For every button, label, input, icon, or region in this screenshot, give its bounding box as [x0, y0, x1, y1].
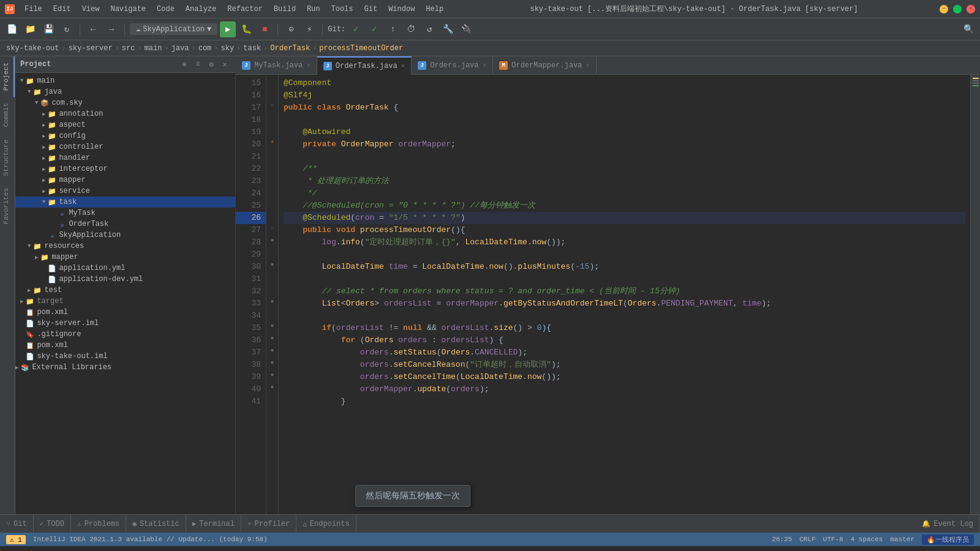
side-tab-favorites[interactable]: Favorites: [0, 182, 15, 230]
tab-close-ordermapper[interactable]: ×: [586, 62, 590, 69]
breadcrumb-item-com[interactable]: com: [198, 44, 212, 53]
more-tools-button[interactable]: 🔌: [458, 21, 474, 37]
tree-item-appyml[interactable]: ▶ 📄 application.yml: [15, 263, 235, 274]
git-history-button[interactable]: ⏱: [403, 21, 419, 37]
minimize-button[interactable]: −: [940, 5, 948, 13]
menu-file[interactable]: File: [20, 4, 47, 15]
menu-code[interactable]: Code: [152, 4, 179, 15]
menu-refactor[interactable]: Refactor: [222, 4, 268, 15]
breadcrumb-item-module[interactable]: sky-server: [69, 44, 113, 53]
tree-item-target[interactable]: ▶ 📁 target: [15, 296, 235, 307]
side-tab-structure[interactable]: Structure: [0, 133, 15, 182]
tree-item-java[interactable]: ▼ 📁 java: [15, 86, 235, 97]
tab-close-ordertask[interactable]: ×: [401, 62, 405, 70]
tab-ordermapper[interactable]: M OrderMapper.java ×: [493, 56, 597, 75]
tree-item-annotation[interactable]: ▶ 📁 annotation: [15, 108, 235, 119]
breadcrumb-item-java[interactable]: java: [172, 44, 189, 53]
breadcrumb-item-task[interactable]: task: [243, 44, 261, 53]
tree-item-appdevyml[interactable]: ▶ 📄 application-dev.yml: [15, 274, 235, 285]
stop-button[interactable]: ■: [257, 21, 273, 37]
side-tab-commit[interactable]: Commit: [0, 97, 15, 133]
tree-item-comsky[interactable]: ▼ 📦 com.sky: [15, 97, 235, 108]
open-button[interactable]: 📁: [22, 21, 38, 37]
run-button[interactable]: ▶: [220, 21, 236, 37]
save-all-button[interactable]: 💾: [40, 21, 56, 37]
tree-item-config[interactable]: ▶ 📁 config: [15, 130, 235, 141]
breadcrumb-item-method[interactable]: processTimeoutOrder: [319, 44, 403, 53]
menu-build[interactable]: Build: [269, 4, 301, 15]
line-ending[interactable]: CRLF: [799, 536, 815, 543]
bottom-tab-endpoints[interactable]: △ Endpoints: [296, 515, 356, 533]
tree-item-skyiml[interactable]: ▶ 📄 sky-take-out.iml: [15, 351, 235, 362]
back-button[interactable]: ←: [85, 21, 101, 37]
tab-close-mytask[interactable]: ×: [306, 62, 311, 69]
tree-item-extlibs[interactable]: ▶ 📚 External Libraries: [15, 362, 235, 373]
bottom-tab-eventlog[interactable]: 🔔 Event Log: [916, 515, 980, 533]
tree-item-task[interactable]: ▼ 📁 task: [15, 197, 235, 208]
menu-git[interactable]: Git: [360, 4, 383, 15]
breadcrumb-item-project[interactable]: sky-take-out: [6, 44, 59, 53]
breadcrumb-item-class[interactable]: OrderTask: [270, 44, 310, 53]
menu-navigate[interactable]: Navigate: [105, 4, 151, 15]
tree-item-mytask[interactable]: ▶ ☕ MyTask: [15, 208, 235, 219]
forward-button[interactable]: →: [104, 21, 119, 37]
menu-edit[interactable]: Edit: [48, 4, 76, 15]
search-everywhere-button[interactable]: 🔍: [960, 21, 976, 37]
tree-item-aspect[interactable]: ▶ 📁 aspect: [15, 119, 235, 130]
tree-item-test[interactable]: ▶ 📁 test: [15, 285, 235, 296]
menu-help[interactable]: Help: [421, 4, 448, 15]
indent-settings[interactable]: 4 spaces: [851, 536, 883, 543]
menu-run[interactable]: Run: [302, 4, 325, 15]
taskbar-area[interactable]: 🔥一线程序员: [922, 534, 974, 545]
tree-item-gitignore[interactable]: ▶ 🔖 .gitignore: [15, 329, 235, 340]
git-branch[interactable]: master: [890, 536, 914, 543]
git-revert-button[interactable]: ↺: [421, 21, 437, 37]
debug-button[interactable]: 🐛: [238, 21, 254, 37]
project-add-icon[interactable]: ⊕: [179, 59, 190, 70]
git-update-button[interactable]: ✓: [348, 21, 364, 37]
tab-orders[interactable]: J Orders.java ×: [412, 56, 493, 75]
new-file-button[interactable]: 📄: [4, 21, 20, 37]
menu-analyze[interactable]: Analyze: [181, 4, 221, 15]
maximize-button[interactable]: □: [953, 5, 962, 13]
bottom-tab-git[interactable]: ⑂ Git: [0, 515, 34, 533]
settings-button[interactable]: 🔧: [440, 21, 456, 37]
refresh-button[interactable]: ↻: [59, 21, 75, 37]
tab-mytask[interactable]: J MyTask.java ×: [236, 56, 317, 75]
tree-item-mapper2[interactable]: ▶ 📁 mapper: [15, 252, 235, 263]
tree-item-mapper[interactable]: ▶ 📁 mapper: [15, 174, 235, 186]
tree-item-ordertask[interactable]: ▶ ☕ OrderTask: [15, 219, 235, 230]
breadcrumb-item-src[interactable]: src: [122, 44, 135, 53]
project-settings-icon[interactable]: ⚙: [206, 59, 217, 70]
tree-item-iml[interactable]: ▶ 📄 sky-server.iml: [15, 318, 235, 329]
tree-item-main[interactable]: ▼ 📁 main: [15, 75, 235, 86]
menu-view[interactable]: View: [77, 4, 105, 15]
bottom-tab-terminal[interactable]: ▶ Terminal: [186, 515, 241, 533]
project-sort-icon[interactable]: ≡: [192, 59, 203, 70]
tree-item-resources[interactable]: ▼ 📁 resources: [15, 241, 235, 252]
bottom-tab-profiler[interactable]: ⚡ Profiler: [241, 515, 296, 533]
side-tab-project[interactable]: Project: [0, 56, 15, 97]
tree-item-skyapp[interactable]: ▶ ☕ SkyApplication: [15, 230, 235, 241]
git-push-button[interactable]: ↑: [385, 21, 401, 37]
breadcrumb-item-sky[interactable]: sky: [221, 44, 235, 53]
tab-close-orders[interactable]: ×: [482, 62, 486, 69]
git-commit-button[interactable]: ✓: [366, 21, 382, 37]
file-charset[interactable]: UTF-8: [823, 536, 843, 543]
tab-ordertask[interactable]: J OrderTask.java ×: [317, 56, 412, 75]
profiler-button[interactable]: ⚡: [301, 21, 317, 37]
tree-item-handler[interactable]: ▶ 📁 handler: [15, 152, 235, 163]
coverage-button[interactable]: ⊙: [283, 21, 299, 37]
tree-item-service[interactable]: ▶ 📁 service: [15, 186, 235, 197]
run-config-selector[interactable]: ☁ SkyApplication ▼: [130, 23, 217, 35]
menu-window[interactable]: Window: [383, 4, 420, 15]
bottom-tab-todo[interactable]: ✓ TODO: [34, 515, 71, 533]
bottom-tab-statistic[interactable]: ◉ Statistic: [126, 515, 186, 533]
menu-tools[interactable]: Tools: [326, 4, 358, 15]
close-button[interactable]: ×: [967, 5, 975, 13]
bottom-tab-problems[interactable]: ⚠ Problems: [71, 515, 126, 533]
code-content[interactable]: @Component @Slf4j public class OrderTask…: [279, 75, 970, 514]
tree-item-interceptor[interactable]: ▶ 📁 interceptor: [15, 163, 235, 174]
breadcrumb-item-main[interactable]: main: [145, 44, 162, 53]
warning-count[interactable]: ⚠ 1: [6, 535, 26, 544]
